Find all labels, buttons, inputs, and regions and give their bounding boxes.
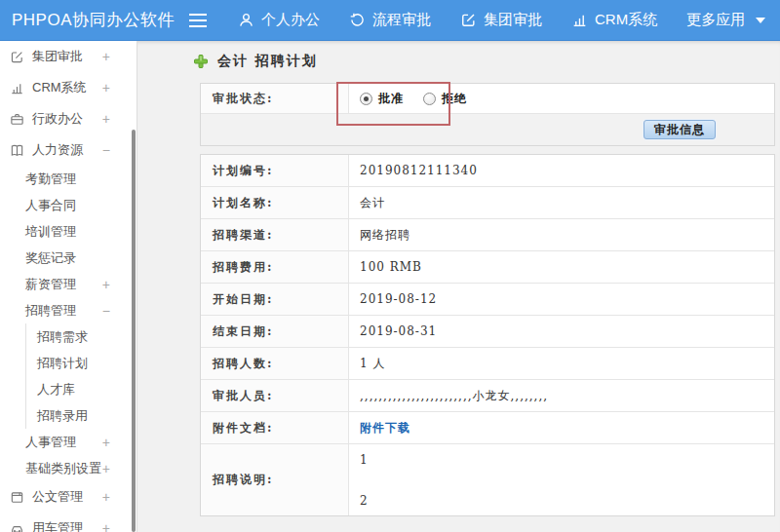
field-label: 招聘人数: xyxy=(201,348,349,379)
sidebar-item-recruit-demand[interactable]: 招聘需求 xyxy=(26,323,136,350)
field-label: 结束日期: xyxy=(201,316,349,347)
table-row: 附件文档: 附件下载 xyxy=(201,412,774,444)
expand-plus-icon: + xyxy=(102,277,110,292)
expand-plus-icon: + xyxy=(102,489,110,505)
field-value: ,,,,,,,,,,,,,,,,,,,,,,,,小龙女,,,,,,,, xyxy=(349,380,774,411)
table-row: 招聘人数: 1 人 xyxy=(201,348,774,380)
sidebar-item-hr-contract[interactable]: 人事合同 xyxy=(0,192,136,218)
sidebar-item-recruitment[interactable]: 招聘管理 − xyxy=(0,297,136,323)
main-content: 会计 招聘计划 审批状态: 批准 拒绝 审批信息 计划编号: 201 xyxy=(137,41,780,532)
attachment-download-link[interactable]: 附件下载 xyxy=(360,420,410,437)
table-row: 招聘说明: 1 2 xyxy=(201,444,774,515)
field-value: 附件下载 xyxy=(349,412,774,443)
edit-square-icon xyxy=(460,12,477,28)
table-row: 审批人员: ,,,,,,,,,,,,,,,,,,,,,,,,小龙女,,,,,,,… xyxy=(201,380,774,412)
field-value: 2019-08-31 xyxy=(349,316,774,347)
recruitment-subgroup: 招聘需求 招聘计划 人才库 招聘录用 xyxy=(25,323,136,429)
approval-options: 批准 拒绝 xyxy=(349,84,774,113)
sidebar: 集团审批 + CRM系统 + 行政办公 + xyxy=(0,41,137,532)
page-title: 会计 招聘计划 xyxy=(193,53,775,69)
briefcase-icon xyxy=(10,112,24,127)
field-label: 招聘说明: xyxy=(201,444,349,515)
top-header: PHPOA协同办公软件 个人办公 流程审批 xyxy=(0,0,780,41)
field-label: 开始日期: xyxy=(201,284,349,315)
field-value: 1 人 xyxy=(349,348,774,379)
radio-reject-label[interactable]: 拒绝 xyxy=(442,91,467,107)
approval-panel: 审批状态: 批准 拒绝 审批信息 xyxy=(200,83,775,146)
radio-reject[interactable] xyxy=(423,93,436,105)
expand-plus-icon: + xyxy=(102,520,110,532)
sidebar-item-crm[interactable]: CRM系统 + xyxy=(0,72,136,103)
nav-item-more-apps[interactable]: 更多应用 xyxy=(686,11,765,29)
add-plus-icon[interactable] xyxy=(193,54,209,69)
field-label: 招聘渠道: xyxy=(201,219,349,250)
sidebar-item-admin-office[interactable]: 行政办公 + xyxy=(0,103,136,134)
bar-chart-icon xyxy=(571,12,588,28)
sidebar-item-group-approval[interactable]: 集团审批 + xyxy=(0,41,136,72)
sidebar-item-vehicles[interactable]: 用车管理 + xyxy=(0,513,136,532)
field-label: 计划名称: xyxy=(201,187,349,218)
sidebar-item-training[interactable]: 培训管理 xyxy=(0,218,136,245)
sidebar-item-documents[interactable]: 公文管理 + xyxy=(0,481,136,513)
user-icon xyxy=(238,12,254,28)
field-label: 审批人员: xyxy=(201,380,349,411)
caret-down-icon xyxy=(756,18,765,23)
sidebar-item-rewards[interactable]: 奖惩记录 xyxy=(0,245,136,271)
sidebar-item-base-category[interactable]: 基础类别设置 + xyxy=(0,455,136,481)
document-icon xyxy=(10,490,24,505)
table-row: 招聘费用: 100 RMB xyxy=(201,251,774,284)
radio-approve-label[interactable]: 批准 xyxy=(378,91,404,107)
car-icon xyxy=(10,521,24,532)
top-nav: 个人办公 流程审批 集团审批 xyxy=(238,11,765,29)
field-value: 2019-08-12 xyxy=(349,284,774,315)
table-row: 计划编号: 20190812111340 xyxy=(201,155,774,187)
sidebar-scrollbar[interactable] xyxy=(132,130,136,532)
approval-button-row: 审批信息 xyxy=(201,114,774,145)
sidebar-item-recruit-plan[interactable]: 招聘计划 xyxy=(26,350,136,376)
field-value: 20190812111340 xyxy=(349,155,774,186)
description-line: 1 xyxy=(360,453,369,467)
sidebar-item-attendance[interactable]: 考勤管理 xyxy=(0,166,136,192)
bar-chart-icon xyxy=(10,81,24,95)
field-value: 1 2 xyxy=(349,444,774,515)
field-value: 会计 xyxy=(349,187,774,218)
field-label: 计划编号: xyxy=(201,155,349,186)
history-icon xyxy=(349,12,366,28)
table-row: 计划名称: 会计 xyxy=(201,187,774,219)
expand-minus-icon: − xyxy=(102,142,110,158)
sidebar-item-salary[interactable]: 薪资管理 + xyxy=(0,271,136,297)
app-logo: PHPOA协同办公软件 xyxy=(0,9,174,31)
field-value: 100 RMB xyxy=(349,251,774,283)
approval-info-button[interactable]: 审批信息 xyxy=(644,120,716,139)
sidebar-item-recruit-hire[interactable]: 招聘录用 xyxy=(26,402,136,429)
field-label: 审批状态: xyxy=(201,84,349,113)
expand-plus-icon: + xyxy=(102,111,110,127)
table-row: 招聘渠道: 网络招聘 xyxy=(201,219,774,251)
expand-plus-icon: + xyxy=(102,80,110,95)
expand-plus-icon: + xyxy=(102,49,110,64)
book-icon xyxy=(10,143,24,158)
nav-item-group-approval[interactable]: 集团审批 xyxy=(460,11,542,29)
table-row: 结束日期: 2019-08-31 xyxy=(201,316,774,348)
edit-square-icon xyxy=(10,50,24,64)
nav-item-crm[interactable]: CRM系统 xyxy=(571,11,657,29)
sidebar-item-talent-pool[interactable]: 人才库 xyxy=(26,376,136,402)
expand-plus-icon: + xyxy=(102,461,110,476)
sidebar-item-hr[interactable]: 人力资源 − xyxy=(0,134,136,166)
nav-item-workflow-approval[interactable]: 流程审批 xyxy=(349,11,431,29)
field-label: 招聘费用: xyxy=(201,251,349,283)
approval-status-row: 审批状态: 批准 拒绝 xyxy=(201,84,774,114)
expand-minus-icon: − xyxy=(102,303,110,319)
description-line: 2 xyxy=(360,494,369,508)
expand-plus-icon: + xyxy=(102,435,110,450)
sidebar-item-personnel[interactable]: 人事管理 + xyxy=(0,429,136,455)
plan-detail-table: 计划编号: 20190812111340 计划名称: 会计 招聘渠道: 网络招聘… xyxy=(200,154,775,516)
radio-approve[interactable] xyxy=(360,93,372,105)
table-row: 开始日期: 2019-08-12 xyxy=(201,284,774,316)
nav-item-personal-office[interactable]: 个人办公 xyxy=(238,11,320,29)
field-value: 网络招聘 xyxy=(349,219,774,250)
field-label: 附件文档: xyxy=(201,412,349,443)
hamburger-menu-icon[interactable] xyxy=(189,10,209,31)
